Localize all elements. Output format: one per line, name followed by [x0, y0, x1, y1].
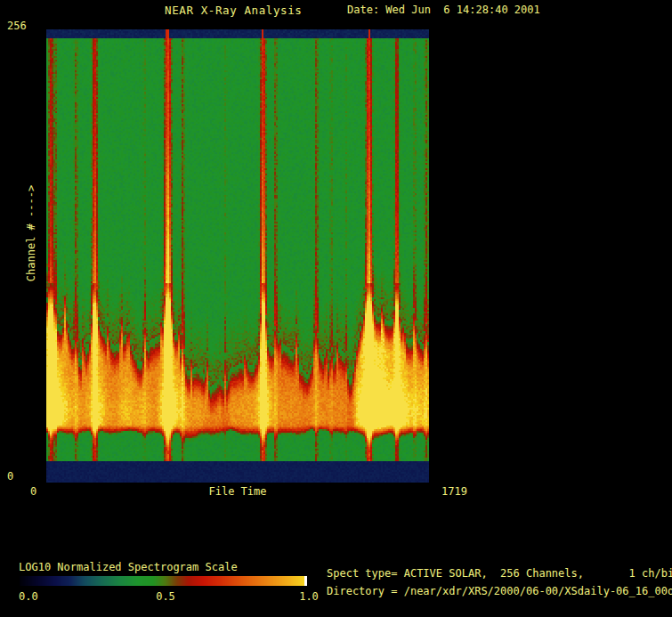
- x-axis-max-label: 1719: [441, 486, 467, 498]
- date-label: Date: Wed Jun 6 14:28:40 2001: [347, 4, 540, 16]
- x-axis-min-label: 0: [30, 486, 36, 498]
- y-axis-max-label: 256: [7, 20, 27, 32]
- y-axis-min-label: 0: [7, 471, 13, 483]
- near-xray-analysis-window: NEAR X-Ray Analysis Date: Wed Jun 6 14:2…: [0, 0, 672, 617]
- y-axis-title: Channel # ---->: [26, 163, 38, 304]
- colorbar-tick-mid: 0.5: [156, 591, 175, 603]
- spect-type-info: Spect type= ACTIVE SOLAR, 256 Channels, …: [327, 568, 672, 580]
- colorbar-tick-min: 0.0: [19, 591, 38, 603]
- colorbar-gradient: [20, 576, 307, 586]
- colorbar-title: LOG10 Normalized Spectrogram Scale: [19, 562, 238, 573]
- spectrogram-image: [46, 29, 429, 483]
- colorbar-tick-max: 1.0: [299, 591, 319, 603]
- directory-info: Directory = /near/xdr/XRS/2000/06-00/XSd…: [327, 586, 672, 597]
- x-axis-title: File Time: [208, 486, 266, 498]
- page-title: NEAR X-Ray Analysis: [165, 4, 302, 16]
